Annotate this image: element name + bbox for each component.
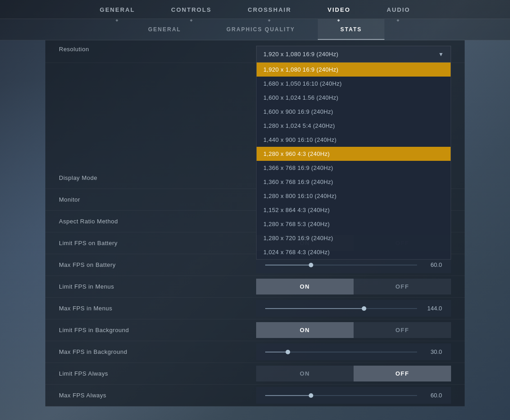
dropdown-option-0[interactable]: 1,920 x 1,080 16:9 (240Hz) [257,63,451,77]
max-fps-menus-value: 144.0 [424,305,442,312]
fps-always-thumb [309,393,313,398]
limit-fps-always-label: Limit FPS Always [59,370,172,377]
tab-video[interactable]: VIDEO [328,6,350,19]
limit-fps-menus-toggle: On Off [256,279,451,294]
max-fps-menus-row: Max FPS in Menus 144.0 [45,298,465,319]
dropdown-option-12[interactable]: 1,280 x 720 16:9 (240Hz) [257,231,451,245]
tab-crosshair[interactable]: CROSSHAIR [248,6,291,19]
fps-bg-thumb [286,350,290,354]
resolution-label: Resolution [59,46,172,53]
limit-fps-menus-label: Limit FPS in Menus [59,283,172,290]
dropdown-option-6[interactable]: 1,280 x 960 4:3 (240Hz) [257,147,451,161]
limit-fps-menus-off[interactable]: Off [354,279,451,294]
resolution-dropdown-list: 1,920 x 1,080 16:9 (240Hz) 1,680 x 1,050… [256,63,451,260]
subtab-graphics[interactable]: GRAPHICS QUALITY [204,19,317,40]
tab-general[interactable]: GENERAL [100,6,135,19]
fps-battery-fill [265,265,311,266]
resolution-dropdown-btn[interactable]: 1,920 x 1,080 16:9 (240Hz) ▼ [256,46,451,63]
dropdown-option-7[interactable]: 1,366 x 768 16:9 (240Hz) [257,161,451,175]
resolution-dropdown[interactable]: 1,920 x 1,080 16:9 (240Hz) ▼ 1,920 x 1,0… [256,46,451,63]
max-fps-bg-value: 30.0 [424,348,442,355]
max-fps-menus-slider[interactable]: 144.0 [256,300,451,317]
max-fps-menus-control: 144.0 [172,300,451,317]
monitor-label: Monitor [59,196,172,203]
dropdown-arrow-icon: ▼ [438,51,444,58]
close-btn-wrapper: CLOSE SETTINGS [45,406,465,420]
max-fps-battery-label: Max FPS on Battery [59,261,172,268]
limit-fps-bg-control: On Off [172,322,451,338]
dropdown-option-2[interactable]: 1,600 x 1,024 1.56 (240Hz) [257,91,451,105]
fps-battery-thumb [309,263,313,267]
fps-battery-track [265,265,417,266]
dropdown-option-4[interactable]: 1,280 x 1,024 5:4 (240Hz) [257,119,451,133]
dropdown-option-1[interactable]: 1,680 x 1,050 16:10 (240Hz) [257,77,451,91]
display-mode-label: Display Mode [59,174,172,181]
limit-fps-menus-control: On Off [172,279,451,294]
subtab-general[interactable]: GENERAL [126,19,204,40]
max-fps-always-value: 60.0 [424,392,442,399]
dropdown-option-9[interactable]: 1,280 x 800 16:10 (240Hz) [257,189,451,203]
limit-fps-bg-on[interactable]: On [256,322,354,338]
limit-fps-always-on[interactable]: On [256,366,354,381]
limit-fps-bg-off[interactable]: Off [354,322,451,338]
fps-always-track [265,395,417,396]
tab-audio[interactable]: AUDIO [387,6,410,19]
max-fps-always-slider[interactable]: 60.0 [256,387,451,404]
max-fps-background-row: Max FPS in Background 30.0 [45,341,465,363]
aspect-ratio-label: Aspect Ratio Method [59,218,172,225]
max-fps-battery-value: 60.0 [424,261,442,268]
settings-panel: Resolution 1,920 x 1,080 16:9 (240Hz) ▼ … [45,40,465,406]
fps-menus-thumb [362,306,366,311]
max-fps-always-control: 60.0 [172,387,451,404]
dropdown-option-8[interactable]: 1,360 x 768 16:9 (240Hz) [257,175,451,189]
limit-fps-always-control: On Off [172,366,451,381]
fps-bg-track [265,352,417,352]
tab-controls[interactable]: CONTROLS [171,6,212,19]
max-fps-menus-label: Max FPS in Menus [59,305,172,312]
dropdown-option-10[interactable]: 1,152 x 864 4:3 (240Hz) [257,203,451,217]
max-fps-bg-label: Max FPS in Background [59,348,172,355]
dropdown-option-5[interactable]: 1,440 x 900 16:10 (240Hz) [257,133,451,147]
resolution-control: 1,920 x 1,080 16:9 (240Hz) ▼ 1,920 x 1,0… [172,46,451,63]
subtab-stats[interactable]: STATS [318,19,385,40]
sub-navigation: GENERAL GRAPHICS QUALITY STATS [0,19,510,40]
limit-fps-always-toggle: On Off [256,366,451,381]
main-content: Resolution 1,920 x 1,080 16:9 (240Hz) ▼ … [0,40,510,420]
resolution-row: Resolution 1,920 x 1,080 16:9 (240Hz) ▼ … [45,40,465,63]
limit-fps-menus-on[interactable]: On [256,279,354,294]
fps-menus-fill [265,308,364,309]
limit-fps-background-row: Limit FPS in Background On Off [45,319,465,341]
dropdown-option-11[interactable]: 1,280 x 768 5:3 (240Hz) [257,217,451,231]
limit-fps-bg-label: Limit FPS in Background [59,327,172,333]
top-navigation: GENERAL CONTROLS CROSSHAIR VIDEO AUDIO [0,0,510,19]
dropdown-option-3[interactable]: 1,600 x 900 16:9 (240Hz) [257,105,451,119]
max-fps-bg-slider[interactable]: 30.0 [256,343,451,360]
limit-fps-always-off[interactable]: Off [354,366,451,381]
max-fps-always-row: Max FPS Always 60.0 [45,385,465,406]
fps-menus-track [265,308,417,309]
dropdown-option-13[interactable]: 1,024 x 768 4:3 (240Hz) [257,245,451,259]
resolution-current-value: 1,920 x 1,080 16:9 (240Hz) [263,51,338,58]
limit-fps-battery-label: Limit FPS on Battery [59,240,172,246]
max-fps-always-label: Max FPS Always [59,392,172,399]
fps-always-fill [265,395,311,396]
limit-fps-always-row: Limit FPS Always On Off [45,363,465,385]
max-fps-bg-control: 30.0 [172,343,451,360]
limit-fps-bg-toggle: On Off [256,322,451,338]
limit-fps-menus-row: Limit FPS in Menus On Off [45,276,465,298]
fps-bg-fill [265,352,288,352]
